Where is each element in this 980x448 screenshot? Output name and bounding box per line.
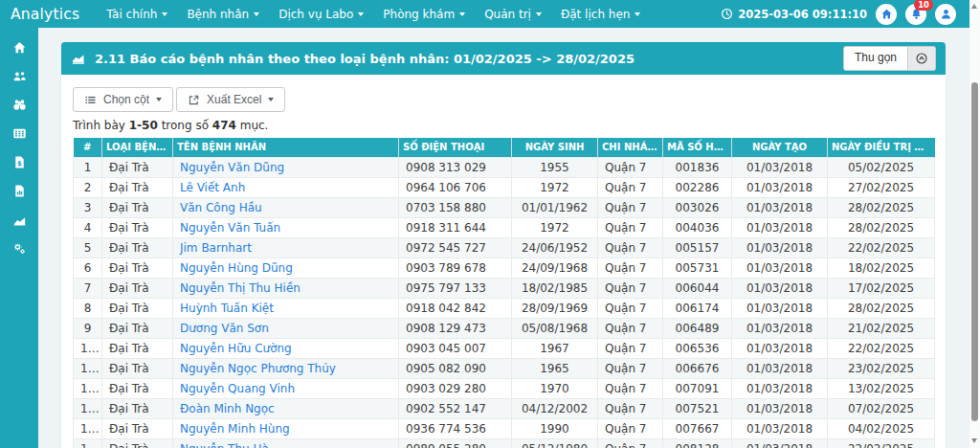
invoice-dollar-icon xyxy=(12,155,27,169)
cell-patient_name: Dương Văn Sơn xyxy=(173,318,399,338)
patient-name-link[interactable]: Dương Văn Sơn xyxy=(180,322,269,335)
column-header-patient_type[interactable]: LOẠI BỆNH N... xyxy=(102,138,173,157)
cell-record_id: 006174 xyxy=(663,298,732,318)
cell-branch: Quận 7 xyxy=(598,217,663,237)
column-header-record_id[interactable]: MÃ SỐ HỒ SƠ xyxy=(663,138,732,157)
nav-item-label: Quản trị xyxy=(484,8,531,21)
cell-created: 01/03/2018 xyxy=(732,398,828,418)
nav-item-3[interactable]: Phòng khám xyxy=(373,0,475,28)
cell-branch: Quận 7 xyxy=(598,378,663,398)
cell-created: 01/03/2018 xyxy=(732,338,828,358)
sidebar-item-users[interactable] xyxy=(0,61,38,90)
cell-num: 4 xyxy=(74,217,102,237)
choose-columns-button[interactable]: Chọn cột xyxy=(73,87,173,112)
collapse-button[interactable]: Thu gọn xyxy=(843,46,908,71)
sidebar-item-binoculars[interactable] xyxy=(0,90,38,119)
sidebar-item-home[interactable] xyxy=(0,33,38,61)
patient-name-link[interactable]: Lê Viết Anh xyxy=(180,181,245,194)
cell-patient_name: Văn Công Hầu xyxy=(173,197,399,217)
settings-gears-icon xyxy=(12,241,27,256)
cell-last_treatment: 18/02/2025 xyxy=(828,258,935,278)
sidebar-item-settings-gears[interactable] xyxy=(0,234,38,262)
column-header-num[interactable]: # xyxy=(74,138,102,157)
nav-item-5[interactable]: Đặt lịch hẹn xyxy=(551,0,650,28)
patient-name-link[interactable]: Nguyễn Hữu Cường xyxy=(180,342,292,355)
patient-name-link[interactable]: Nguyễn Thu Hà xyxy=(180,442,269,448)
cell-created: 01/03/2018 xyxy=(732,378,828,398)
cell-created: 01/03/2018 xyxy=(732,237,828,258)
cell-phone: 0972 545 727 xyxy=(399,237,512,258)
cell-branch: Quận 7 xyxy=(598,418,663,438)
cell-branch: Quận 7 xyxy=(598,157,663,177)
cell-dob: 1990 xyxy=(512,418,598,438)
cell-phone: 0964 106 706 xyxy=(399,177,512,197)
table-row: 2Đại TràLê Viết Anh0964 106 7061972Quận … xyxy=(74,177,935,197)
nav-item-1[interactable]: Bệnh nhân xyxy=(177,0,269,28)
sidebar-item-invoice-dollar[interactable] xyxy=(0,147,38,176)
cell-created: 01/03/2018 xyxy=(732,258,828,278)
patient-name-link[interactable]: Đoàn Minh Ngọc xyxy=(180,402,275,415)
nav-item-label: Phòng khám xyxy=(383,8,455,21)
cell-last_treatment: 22/02/2025 xyxy=(828,338,935,358)
cell-phone: 0903 029 280 xyxy=(399,378,512,398)
patient-name-link[interactable]: Huỳnh Tuấn Kiệt xyxy=(180,302,274,315)
top-navbar: Analytics Tài chínhBệnh nhânDịch vụ Labo… xyxy=(0,0,969,28)
notifications-button[interactable]: 10 xyxy=(905,4,926,25)
sidebar-item-file-report[interactable] xyxy=(0,176,38,205)
cell-created: 01/03/2018 xyxy=(732,278,828,298)
table-toolbar: Chọn cột Xuất Excel xyxy=(73,87,934,112)
keypad-icon xyxy=(12,126,27,141)
export-excel-button[interactable]: Xuất Excel xyxy=(176,87,285,112)
cell-record_id: 003026 xyxy=(663,197,732,217)
patient-name-link[interactable]: Văn Công Hầu xyxy=(180,201,262,214)
patient-name-link[interactable]: Nguyễn Văn Dũng xyxy=(180,161,284,174)
cell-patient_type: Đại Trà xyxy=(102,278,173,298)
nav-item-4[interactable]: Quản trị xyxy=(475,0,551,28)
report-panel-header: 2.11 Báo cáo bệnh nhân theo theo loại bệ… xyxy=(61,42,946,75)
patient-name-link[interactable]: Nguyễn Văn Tuấn xyxy=(180,221,280,235)
restore-button[interactable] xyxy=(908,46,936,71)
cell-patient_type: Đại Trà xyxy=(102,358,173,378)
cell-dob: 01/01/1962 xyxy=(512,197,598,217)
patient-name-link[interactable]: Nguyễn Ngọc Phương Thủy xyxy=(180,362,336,375)
cell-phone: 0903 789 678 xyxy=(399,258,512,278)
column-header-last_treatment[interactable]: NGÀY ĐIỀU TRỊ CUỐI xyxy=(828,138,935,157)
table-row: 8Đại TràHuỳnh Tuấn Kiệt0918 042 84228/09… xyxy=(74,298,935,318)
file-report-icon xyxy=(12,184,27,198)
page-scrollbar[interactable] xyxy=(969,0,980,448)
patient-name-link[interactable]: Nguyễn Quang Vinh xyxy=(180,382,295,395)
cell-last_treatment: 27/02/2025 xyxy=(828,177,935,197)
scrollbar-down-arrow-icon[interactable] xyxy=(971,438,977,443)
scrollbar-thumb[interactable] xyxy=(971,82,978,421)
cell-patient_name: Jim Barnhart xyxy=(173,237,399,258)
cell-phone: 0903 045 007 xyxy=(399,338,512,358)
cell-num: 3 xyxy=(74,197,102,217)
cell-num: 6 xyxy=(74,258,102,278)
patient-name-link[interactable]: Jim Barnhart xyxy=(180,241,252,255)
sidebar-item-keypad[interactable] xyxy=(0,119,38,147)
cell-num: 5 xyxy=(74,237,102,258)
report-panel: 2.11 Báo cáo bệnh nhân theo theo loại bệ… xyxy=(61,42,946,448)
column-header-patient_name[interactable]: TÊN BỆNH NHÂN xyxy=(173,138,399,157)
sidebar-item-chart-bar[interactable] xyxy=(0,205,38,234)
cell-record_id: 001836 xyxy=(663,157,732,177)
column-header-phone[interactable]: SỐ ĐIỆN THOẠI xyxy=(399,138,512,157)
patient-name-link[interactable]: Nguyễn Hùng Dũng xyxy=(180,261,293,275)
cell-dob: 24/09/1968 xyxy=(512,258,598,278)
cell-dob: 1965 xyxy=(512,358,598,378)
cell-record_id: 006536 xyxy=(663,338,732,358)
patient-name-link[interactable]: Nguyễn Minh Hùng xyxy=(180,422,290,436)
cell-created: 01/03/2018 xyxy=(732,298,828,318)
profile-button[interactable] xyxy=(935,4,956,25)
cell-patient_type: Đại Trà xyxy=(102,217,173,237)
column-header-created[interactable]: NGÀY TẠO xyxy=(732,138,828,157)
scrollbar-up-arrow-icon[interactable] xyxy=(971,4,977,9)
nav-item-0[interactable]: Tài chính xyxy=(97,0,177,28)
nav-item-2[interactable]: Dịch vụ Labo xyxy=(269,0,373,28)
chevron-down-icon xyxy=(254,12,259,16)
navbar-right: 2025-03-06 09:11:10 10 xyxy=(721,4,969,25)
column-header-dob[interactable]: NGÀY SINH xyxy=(512,138,598,157)
home-button[interactable] xyxy=(876,4,897,25)
column-header-branch[interactable]: CHI NHÁNH xyxy=(598,138,663,157)
patient-name-link[interactable]: Nguyễn Thị Thu Hiền xyxy=(180,281,301,295)
